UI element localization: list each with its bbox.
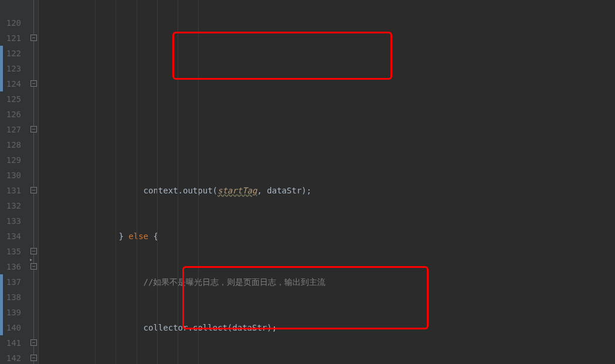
fold-toggle-icon[interactable]: − [30,187,37,193]
code-line[interactable]: collector.collect(dataStr); [45,320,615,335]
line-number: 132 [0,198,21,213]
line-number: 133 [0,213,21,229]
fold-toggle-icon[interactable]: − [30,126,37,132]
start-tag-reference[interactable]: startTag [218,186,257,195]
code-editor[interactable]: 120 121 122 123 124 125 126 127 128 129 … [0,0,615,364]
code-line[interactable]: //如果不是曝光日志，则是页面日志，输出到主流 [45,274,615,290]
line-number: 129 [0,152,21,168]
line-number: 127 [0,122,21,137]
fold-toggle-icon[interactable]: − [30,355,37,361]
code-area[interactable]: context.output(startTag, dataStr); } els… [39,0,615,364]
fold-toggle-icon[interactable]: − [30,80,37,87]
line-number: 126 [0,107,21,122]
line-number: 121 [0,30,21,46]
line-number: 136 [0,259,21,274]
line-number: 134 [0,229,21,244]
line-number: 142 [0,351,21,364]
line-number: 122 [0,46,21,61]
line-number: 124 [0,76,21,91]
code-line[interactable] [45,137,615,152]
line-number: 137 [0,274,21,290]
line-number: 131 [0,183,21,198]
line-number: 141 [0,335,21,351]
line-number: 125 [0,91,21,107]
line-number: 130 [0,168,21,183]
line-number: 123 [0,61,21,76]
line-number: 138 [0,290,21,305]
code-line[interactable]: context.output(startTag, dataStr); [45,183,615,198]
highlight-box-1 [172,32,392,80]
fold-toggle-icon[interactable]: − [30,263,37,270]
line-number: 139 [0,305,21,320]
fold-toggle-icon[interactable]: − [30,35,37,41]
fold-column[interactable]: − − − − − ▸ − − − [29,0,39,364]
line-number: 135 [0,244,21,259]
code-line[interactable]: } else { [45,229,615,244]
line-number [0,0,21,15]
line-number: 128 [0,137,21,152]
line-number-gutter[interactable]: 120 121 122 123 124 125 126 127 128 129 … [0,0,29,364]
line-number: 120 [0,15,21,30]
line-number: 140 [0,320,21,335]
fold-toggle-icon[interactable]: − [30,339,37,346]
